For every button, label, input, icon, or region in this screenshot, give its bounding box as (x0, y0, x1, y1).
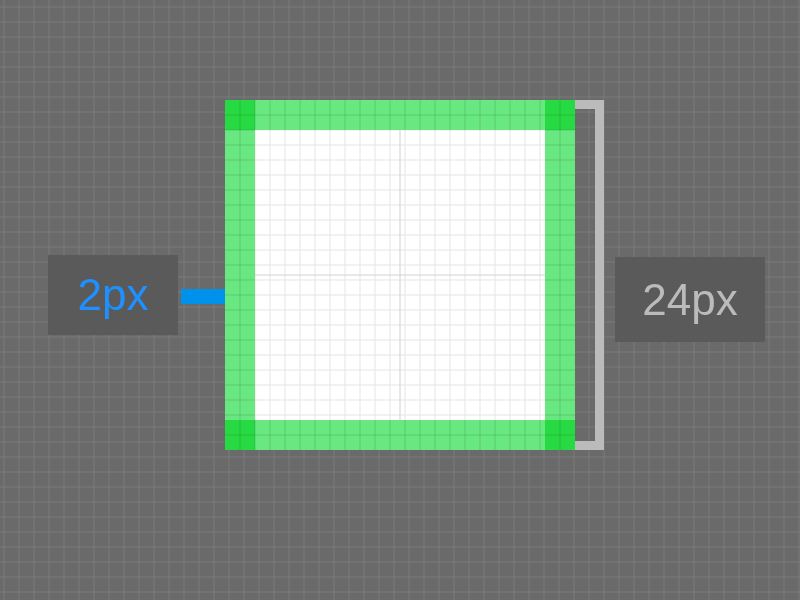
icon-spec-diagram: 2px (0, 0, 800, 600)
corner-bottom-right (545, 420, 575, 450)
live-area-left (225, 100, 255, 450)
live-area-top (225, 100, 575, 130)
height-bracket-top (575, 100, 604, 109)
icon-height-value: 24px (642, 275, 737, 325)
live-area-right (545, 100, 575, 450)
height-bracket-stem (595, 100, 604, 450)
corner-top-right (545, 100, 575, 130)
height-bracket-bottom (575, 441, 604, 450)
corner-bottom-left (225, 420, 255, 450)
stroke-width-value: 2px (78, 270, 149, 320)
corner-top-left (225, 100, 255, 130)
icon-grid (225, 100, 575, 450)
icon-height-label: 24px (615, 257, 765, 342)
live-area-bottom (225, 420, 575, 450)
stroke-width-label: 2px (48, 255, 178, 335)
